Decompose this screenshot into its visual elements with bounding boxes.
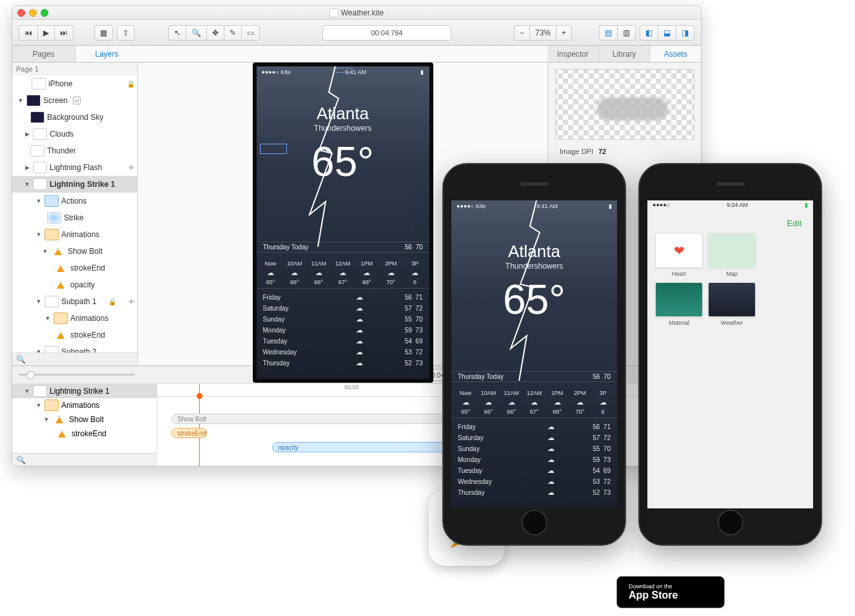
zoom-out-button[interactable]: −: [514, 25, 529, 41]
tl-animations[interactable]: ▼Animations: [12, 398, 157, 412]
asset-preview[interactable]: [555, 69, 694, 140]
appstore-badge[interactable]: Download on the App Store: [616, 576, 725, 608]
minimize-button[interactable]: [29, 9, 37, 17]
grid-item-heart[interactable]: ❤Heart: [655, 233, 703, 277]
layer-strike-action[interactable]: Strike: [12, 209, 137, 226]
layer-strike-1[interactable]: ▼Lightning Strike 1: [12, 176, 137, 193]
hour-column: Now☁65°: [455, 390, 476, 415]
daily-forecast: Friday☁56 71Saturday☁57 72Sunday☁55 70Mo…: [257, 292, 429, 369]
day-row: Saturday☁57 72: [458, 432, 611, 443]
hour-column: 2PM☁70°: [380, 260, 401, 285]
tab-pages[interactable]: Pages: [12, 46, 75, 62]
hour-column: 1PM☁68°: [357, 260, 377, 285]
rewind-button[interactable]: ⏮: [19, 25, 37, 41]
day-row: Friday☁56 71: [458, 421, 611, 432]
day-row: Saturday☁57 72: [263, 303, 423, 314]
weather-screen: ●●●●○ Kite 9:41 AM ▮ Atlanta Thundershow…: [257, 66, 429, 379]
tab-assets[interactable]: Assets: [650, 46, 701, 62]
timecode-display[interactable]: 00:04:784: [322, 25, 451, 41]
lock-icon[interactable]: 🔒: [127, 81, 135, 88]
layer-animations-2[interactable]: ▼Animations: [12, 310, 137, 327]
hour-column: 1PM☁68°: [547, 390, 567, 415]
selection-box[interactable]: [260, 144, 287, 154]
hour-column: 11AM☁66°: [501, 390, 522, 415]
day-row: Monday☁59 73: [263, 325, 423, 336]
timeline-zoom-slider[interactable]: [19, 374, 135, 376]
playhead[interactable]: [199, 384, 200, 467]
home-button[interactable]: [718, 510, 743, 535]
play-button[interactable]: ▶: [37, 25, 54, 41]
hour-column: Now☁65°: [260, 260, 281, 285]
layer-bg-sky[interactable]: Background Sky: [12, 109, 137, 126]
canvas-device-frame[interactable]: ●●●●○ Kite 9:41 AM ▮ Atlanta Thundershow…: [253, 63, 433, 383]
status-time: 9:24 AM: [727, 202, 748, 208]
close-button[interactable]: [17, 9, 25, 17]
zoom-tool[interactable]: 🔍: [186, 25, 206, 41]
view-mode-1[interactable]: ▤: [599, 25, 617, 41]
appstore-big-text: App Store: [629, 590, 678, 601]
panel-right-button[interactable]: ◨: [676, 25, 694, 41]
battery-icon: ▮: [420, 69, 424, 75]
share-button[interactable]: ⇪: [117, 25, 135, 41]
layer-strokeend-1[interactable]: strokeEnd: [12, 260, 137, 276]
day-row: Friday☁56 71: [263, 292, 423, 303]
layer-opacity[interactable]: opacity: [12, 276, 137, 293]
grid-item-material[interactable]: Material: [655, 282, 703, 326]
layer-thunder[interactable]: Thunder: [12, 142, 137, 159]
visibility-icon[interactable]: 👁: [128, 164, 135, 171]
day-row: Tuesday☁54 69: [263, 336, 423, 347]
titlebar: Weather.kite: [12, 6, 701, 20]
pen-tool[interactable]: ✎: [224, 25, 241, 41]
toolbar: ⏮ ▶ ⏭ ▦ ⇪ ↖ 🔍 ✥ ✎ ▭ 00:04:784 − 73% + ▤ …: [12, 20, 701, 46]
view-mode-2[interactable]: ▥: [617, 25, 636, 41]
pan-tool[interactable]: ✥: [206, 25, 224, 41]
layer-actions[interactable]: ▼Actions: [12, 193, 137, 209]
tl-show-bolt[interactable]: ▼Show Bolt: [12, 412, 157, 427]
link-badge: ∞: [73, 97, 81, 104]
tl-search[interactable]: 🔍: [12, 453, 157, 466]
zoom-in-button[interactable]: +: [556, 25, 572, 41]
zoom-level[interactable]: 73%: [529, 25, 556, 41]
tl-strokeend[interactable]: strokeEnd: [12, 427, 157, 441]
page-header[interactable]: Page 1: [12, 63, 137, 75]
track-show-bolt[interactable]: Show Bolt: [172, 414, 455, 424]
layer-iphone[interactable]: iPhone🔒: [12, 75, 137, 92]
layer-clouds[interactable]: ▶Clouds: [12, 126, 137, 142]
timeline-tree: ▼Lightning Strike 1 ▼Animations ▼Show Bo…: [12, 384, 157, 467]
panel-left-button[interactable]: ◧: [640, 25, 658, 41]
home-button[interactable]: [522, 510, 547, 535]
maximize-button[interactable]: [41, 9, 48, 17]
layer-show-bolt[interactable]: ▼Show Bolt: [12, 243, 137, 260]
layer-animations[interactable]: ▼Animations: [12, 226, 137, 243]
grid-item-map[interactable]: Map: [708, 233, 756, 277]
day-row: Tuesday☁54 69: [458, 465, 611, 476]
pointer-tool[interactable]: ↖: [168, 25, 186, 41]
tl-layer-strike[interactable]: ▼Lightning Strike 1: [12, 384, 157, 398]
dpi-value: 72: [598, 148, 606, 155]
layer-screen[interactable]: ▼Screen∞: [12, 92, 137, 109]
layer-subpath-1[interactable]: ▼Subpath 1🔒👁: [12, 293, 137, 310]
tab-layers[interactable]: Layers: [75, 46, 138, 62]
tab-library[interactable]: Library: [599, 46, 651, 62]
edit-button[interactable]: Edit: [787, 218, 801, 228]
hour-column: 11AM☁66°: [308, 260, 329, 285]
daily-forecast: Friday☁56 71Saturday☁57 72Sunday☁55 70Mo…: [451, 421, 617, 498]
sidebar-search[interactable]: 🔍: [12, 352, 137, 365]
tab-inspector[interactable]: Inspector: [547, 46, 599, 62]
grid-item-weather[interactable]: Weather: [708, 282, 756, 326]
panel-bottom-button[interactable]: ⬓: [658, 25, 676, 41]
visibility-icon[interactable]: 👁: [128, 298, 135, 305]
lock-icon[interactable]: 🔒: [108, 298, 116, 305]
battery-icon: ▮: [609, 203, 612, 209]
ff-button[interactable]: ⏭: [54, 25, 74, 41]
rect-tool[interactable]: ▭: [241, 25, 260, 41]
track-strokeend[interactable]: strokeEnd: [172, 428, 207, 438]
layer-subpath-2[interactable]: ▼Subpath 2: [12, 343, 137, 352]
layer-flash[interactable]: ▶Lightning Flash👁: [12, 159, 137, 176]
layer-strokeend-2[interactable]: strokeEnd: [12, 327, 137, 343]
grid-button[interactable]: ▦: [94, 25, 113, 41]
day-row: Sunday☁55 70: [458, 443, 611, 454]
hourly-forecast: Now☁65°10AM☁66°11AM☁66°12AM☁67°1PM☁68°2P…: [257, 258, 429, 289]
lightning-bolt: [501, 200, 565, 381]
hourly-forecast: Now☁65°10AM☁66°11AM☁66°12AM☁67°1PM☁68°2P…: [451, 387, 617, 418]
